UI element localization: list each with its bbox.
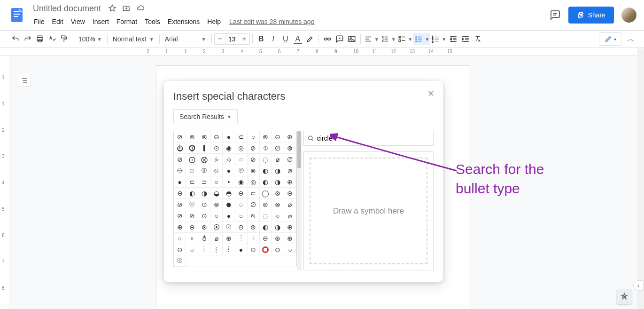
search-input[interactable] (317, 135, 429, 142)
char-cell[interactable]: ○ (248, 131, 260, 143)
char-cell[interactable]: ⦾ (186, 199, 198, 210)
char-cell[interactable]: ⊘ (248, 143, 260, 154)
char-cell[interactable]: ⏻ (174, 143, 186, 154)
char-cell[interactable]: ⊙ (235, 222, 248, 233)
char-cell[interactable]: ◓ (223, 188, 235, 199)
insert-image-icon[interactable] (346, 33, 358, 45)
char-cell[interactable]: ⏼ (186, 143, 198, 154)
char-cell[interactable]: ♁ (198, 233, 210, 244)
close-icon[interactable]: ✕ (427, 88, 435, 99)
increase-indent-icon[interactable] (459, 33, 472, 45)
menu-insert[interactable]: Insert (89, 16, 113, 27)
char-cell[interactable]: ⏽ (198, 143, 210, 154)
char-cell[interactable]: ⊖ (260, 233, 272, 244)
char-cell[interactable]: ⌀ (284, 199, 296, 210)
paint-format-icon[interactable] (58, 33, 70, 45)
char-cell[interactable]: ⨀ (186, 154, 198, 165)
char-cell[interactable]: ◯ (260, 188, 272, 199)
char-cell[interactable]: ⊖ (210, 131, 223, 143)
vertical-ruler[interactable]: 1123456789 (0, 56, 9, 309)
menu-edit[interactable]: Edit (48, 16, 67, 27)
char-cell[interactable]: ⊛ (210, 199, 223, 210)
spellcheck-icon[interactable] (46, 33, 58, 45)
char-cell[interactable]: ⌀ (210, 233, 223, 244)
char-cell[interactable]: ⊃ (198, 176, 210, 188)
char-cell[interactable]: ○ (210, 176, 223, 188)
editing-mode-button[interactable]: ▾ (599, 32, 621, 46)
grid-scrollbar[interactable] (297, 131, 302, 270)
menu-tools[interactable]: Tools (141, 16, 164, 27)
category-dropdown[interactable]: Search Results▼ (173, 109, 238, 124)
underline-icon[interactable]: U (279, 33, 292, 45)
clear-formatting-icon[interactable] (472, 33, 484, 45)
char-cell[interactable]: ⊗ (198, 131, 210, 143)
char-cell[interactable]: ⨵ (223, 154, 235, 165)
char-cell[interactable]: ⊂ (248, 188, 260, 199)
char-cell[interactable]: ⊘ (248, 154, 260, 165)
char-cell[interactable]: ∅ (248, 199, 260, 210)
char-cell[interactable]: ◑ (198, 188, 210, 199)
char-cell[interactable]: ⊗ (198, 222, 210, 233)
char-cell[interactable]: ⌀ (272, 154, 284, 165)
char-cell[interactable]: ⊗ (272, 199, 284, 210)
insert-link-icon[interactable] (321, 33, 334, 45)
menu-file[interactable]: File (30, 16, 48, 27)
char-cell[interactable]: ∅ (272, 143, 284, 154)
char-cell[interactable]: ◑ (272, 222, 284, 233)
highlight-icon[interactable] (304, 33, 316, 45)
numbered-list-icon[interactable]: 123▼ (430, 33, 447, 45)
char-cell[interactable]: ⊖ (186, 222, 198, 233)
char-cell[interactable]: ⊘ (174, 131, 186, 143)
char-cell[interactable]: ● (174, 176, 186, 188)
char-cell[interactable]: ◑ (272, 165, 284, 176)
share-button[interactable]: Share (568, 7, 614, 24)
char-cell[interactable]: ○ (235, 199, 248, 210)
print-icon[interactable] (34, 33, 46, 45)
page-scrollbar[interactable] (637, 48, 644, 309)
checklist-icon[interactable]: ▼ (397, 33, 414, 45)
menu-format[interactable]: Format (113, 16, 141, 27)
char-cell[interactable]: ◒ (210, 188, 223, 199)
char-cell[interactable]: ⦵ (174, 165, 186, 176)
char-cell[interactable]: ◎ (235, 143, 248, 154)
undo-icon[interactable] (9, 33, 22, 45)
char-cell[interactable]: ⦷ (198, 165, 210, 176)
char-cell[interactable]: ⊛ (248, 222, 260, 233)
char-cell[interactable]: ⦿ (210, 222, 223, 233)
char-cell[interactable]: ⌀ (284, 210, 296, 222)
char-cell[interactable]: ⊕ (223, 233, 235, 244)
char-cell[interactable]: ⊕ (284, 222, 296, 233)
char-cell[interactable]: ○ (210, 210, 223, 222)
char-cell[interactable]: ⦂ (248, 233, 260, 244)
last-edit-link[interactable]: Last edit was 28 minutes ago (229, 18, 314, 25)
char-cell[interactable]: ◐ (260, 222, 272, 233)
text-color-icon[interactable]: A (292, 33, 304, 45)
redo-icon[interactable] (22, 33, 34, 45)
char-cell[interactable]: ⊗ (272, 188, 284, 199)
char-cell[interactable]: ◐ (260, 165, 272, 176)
char-cell[interactable]: ◌ (260, 210, 272, 222)
italic-icon[interactable]: I (267, 33, 279, 45)
char-cell[interactable]: ⦻ (248, 210, 260, 222)
char-cell[interactable]: ◐ (260, 176, 272, 188)
char-cell[interactable]: ○ (284, 244, 296, 255)
char-cell[interactable]: ⊕ (284, 176, 296, 188)
char-cell[interactable]: ⊘ (174, 210, 186, 222)
char-cell[interactable]: ● (223, 165, 235, 176)
char-cell[interactable]: ○ (272, 210, 284, 222)
char-cell[interactable]: ⊜ (260, 131, 272, 143)
font-select[interactable]: Arial▼ (162, 35, 209, 43)
search-box[interactable] (303, 131, 434, 146)
draw-symbol-area[interactable]: Draw a symbol here (303, 151, 434, 270)
char-cell[interactable]: ⦶ (186, 165, 198, 176)
align-icon[interactable]: ▼ (363, 33, 380, 45)
char-cell[interactable]: ⊙ (198, 199, 210, 210)
char-cell[interactable]: ∅ (284, 154, 296, 165)
char-cell[interactable] (260, 244, 272, 255)
account-avatar[interactable] (621, 8, 636, 23)
char-cell[interactable]: ⊝ (272, 244, 284, 255)
char-cell[interactable]: ⊕ (174, 222, 186, 233)
char-cell[interactable]: ⊂ (186, 176, 198, 188)
char-cell[interactable]: ● (223, 199, 235, 210)
char-cell[interactable]: ⊘ (174, 154, 186, 165)
